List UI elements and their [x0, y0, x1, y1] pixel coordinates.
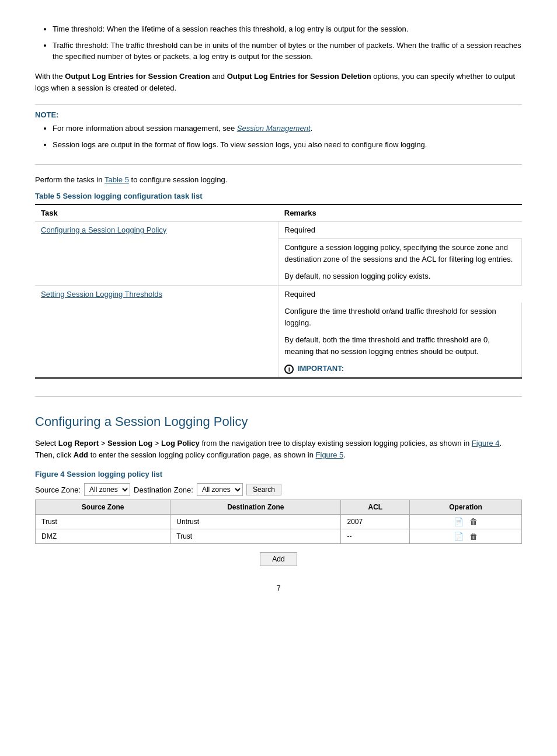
session-management-link[interactable]: Session Management	[237, 124, 311, 133]
note-bullet-list: For more information about session manag…	[53, 123, 522, 150]
edit-icon[interactable]: 📄	[454, 517, 464, 526]
col-acl: ACL	[341, 500, 410, 515]
figure4-link[interactable]: Figure 4	[472, 439, 500, 448]
time-threshold-text: Time threshold: When the lifetime of a s…	[53, 25, 408, 33]
note-item-2: Session logs are output in the format of…	[53, 139, 522, 151]
data-table: Source Zone Destination Zone ACL Operati…	[35, 500, 522, 544]
remark-1-1: Required	[278, 221, 522, 239]
row2-operation: 📄 🗑	[410, 529, 522, 544]
table5-caption: Table 5 Session logging configuration ta…	[35, 192, 522, 200]
info-icon: i	[284, 365, 294, 374]
section-divider	[35, 396, 522, 397]
note-item-1-before: For more information about session manag…	[53, 124, 237, 133]
section-heading: Configuring a Session Logging Policy	[35, 414, 522, 429]
search-button[interactable]: Search	[246, 484, 281, 495]
delete-icon[interactable]: 🗑	[469, 532, 478, 541]
top-bullet-list: Time threshold: When the lifetime of a s…	[53, 23, 522, 63]
source-zone-label: Source Zone:	[35, 485, 81, 494]
add-button-area: Add	[35, 552, 522, 566]
bullet-traffic-threshold: Traffic threshold: The traffic threshold…	[53, 40, 522, 63]
row2-dest: Trust	[170, 529, 341, 544]
edit-icon[interactable]: 📄	[454, 532, 464, 541]
bullet-time-threshold: Time threshold: When the lifetime of a s…	[53, 23, 522, 35]
table5-link[interactable]: Table 5	[105, 175, 129, 184]
add-button[interactable]: Add	[260, 552, 297, 566]
config-table-header-remarks: Remarks	[278, 204, 522, 221]
note-section: NOTE: For more information about session…	[35, 104, 522, 165]
note-item-1-after: .	[311, 124, 313, 133]
remark-2-1: Required	[278, 285, 522, 303]
remark-2-important: i IMPORTANT:	[278, 360, 522, 378]
task-cell-1: Configuring a Session Logging Policy	[35, 221, 278, 285]
remark-1-3: By default, no session logging policy ex…	[278, 268, 522, 285]
section-intro-paragraph: Select Log Report > Session Log > Log Po…	[35, 438, 522, 462]
setting-session-link[interactable]: Setting Session Logging Thresholds	[41, 290, 162, 299]
note-label: NOTE:	[35, 110, 522, 119]
configure-session-link[interactable]: Configuring a Session Logging Policy	[41, 226, 166, 234]
remark-2-2: Configure the time threshold or/and traf…	[278, 303, 522, 331]
row1-source: Trust	[36, 515, 170, 529]
filter-bar: Source Zone: All zones Trust Untrust DMZ…	[35, 483, 522, 496]
config-table: Task Remarks Configuring a Session Loggi…	[35, 204, 522, 379]
data-table-header-row: Source Zone Destination Zone ACL Operati…	[36, 500, 522, 515]
col-source-zone: Source Zone	[36, 500, 170, 515]
table-row: Configuring a Session Logging Policy Req…	[35, 221, 522, 239]
dest-zone-label: Destination Zone:	[134, 485, 193, 494]
table-row: Setting Session Logging Thresholds Requi…	[35, 285, 522, 303]
figure5-link[interactable]: Figure 5	[316, 450, 344, 459]
bold-sentence-paragraph: With the Output Log Entries for Session …	[35, 71, 522, 95]
note-item-1: For more information about session manag…	[53, 123, 522, 134]
traffic-threshold-text: Traffic threshold: The traffic threshold…	[53, 41, 521, 61]
source-zone-select[interactable]: All zones Trust Untrust DMZ	[84, 483, 130, 496]
table-row: Trust Untrust 2007 📄 🗑	[36, 515, 522, 529]
figure4-caption: Figure 4 Session logging policy list	[35, 470, 522, 478]
note-item-2-text: Session logs are output in the format of…	[53, 140, 427, 149]
remark-1-2: Configure a session logging policy, spec…	[278, 239, 522, 268]
row2-source: DMZ	[36, 529, 170, 544]
table-row: DMZ Trust -- 📄 🗑	[36, 529, 522, 544]
dest-zone-select[interactable]: All zones Trust Untrust DMZ	[197, 483, 243, 496]
task-cell-2: Setting Session Logging Thresholds	[35, 285, 278, 378]
col-dest-zone: Destination Zone	[170, 500, 341, 515]
col-operation: Operation	[410, 500, 522, 515]
row1-operation: 📄 🗑	[410, 515, 522, 529]
row2-acl: --	[341, 529, 410, 544]
row1-acl: 2007	[341, 515, 410, 529]
delete-icon[interactable]: 🗑	[469, 517, 478, 526]
page-number: 7	[35, 584, 522, 592]
row1-dest: Untrust	[170, 515, 341, 529]
remark-2-3: By default, both the time threshold and …	[278, 331, 522, 360]
config-table-header-task: Task	[35, 204, 278, 221]
perform-text: Perform the tasks in Table 5 to configur…	[35, 174, 522, 186]
